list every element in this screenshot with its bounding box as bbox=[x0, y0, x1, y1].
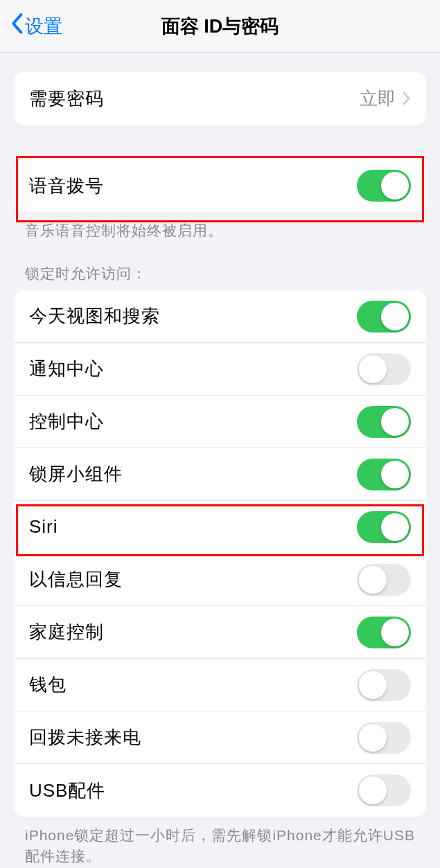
toggle[interactable] bbox=[357, 459, 411, 490]
row-label: 通知中心 bbox=[29, 357, 104, 381]
toggle[interactable] bbox=[357, 564, 411, 596]
passcode-group: 需要密码 立即 bbox=[14, 72, 426, 125]
chevron-right-icon bbox=[403, 91, 411, 105]
lock-access-row: 家庭控制 bbox=[14, 606, 426, 659]
row-label: 控制中心 bbox=[29, 409, 104, 434]
toggle[interactable] bbox=[357, 617, 411, 648]
require-passcode-row[interactable]: 需要密码 立即 bbox=[14, 72, 426, 125]
toggle[interactable] bbox=[357, 301, 411, 333]
voice-dial-group: 语音拨号 bbox=[14, 159, 426, 212]
lock-access-header: 锁定时允许访问： bbox=[0, 240, 440, 290]
row-label: 钱包 bbox=[29, 673, 67, 697]
lock-access-row: 锁屏小组件 bbox=[14, 448, 426, 501]
page-title: 面容 ID与密码 bbox=[0, 14, 440, 39]
voice-dial-footer: 音乐语音控制将始终被启用。 bbox=[0, 212, 440, 240]
row-label: 今天视图和搜索 bbox=[29, 304, 160, 328]
back-label: 设置 bbox=[25, 14, 62, 39]
row-value: 立即 bbox=[360, 87, 396, 111]
toggle[interactable] bbox=[357, 669, 411, 701]
toggle[interactable] bbox=[357, 722, 411, 754]
lock-access-row: Siri bbox=[14, 501, 426, 553]
nav-header: 设置 面容 ID与密码 bbox=[0, 0, 440, 53]
lock-access-row: 回拨未接来电 bbox=[14, 711, 426, 764]
lock-access-row: 钱包 bbox=[14, 659, 426, 711]
row-label: 家庭控制 bbox=[29, 620, 104, 644]
voice-dial-row: 语音拨号 bbox=[14, 159, 426, 212]
chevron-left-icon bbox=[10, 12, 24, 39]
lock-access-row: 控制中心 bbox=[14, 396, 426, 448]
row-label: 需要密码 bbox=[29, 87, 104, 111]
lock-access-footer: iPhone锁定超过一小时后，需先解锁iPhone才能允许USB配件连接。 bbox=[0, 817, 440, 866]
lock-access-row: 以信息回复 bbox=[14, 553, 426, 606]
lock-access-row: USB配件 bbox=[14, 764, 426, 817]
back-button[interactable]: 设置 bbox=[0, 12, 62, 39]
lock-access-row: 今天视图和搜索 bbox=[14, 290, 426, 343]
toggle[interactable] bbox=[357, 774, 411, 806]
row-label: 回拨未接来电 bbox=[29, 725, 141, 750]
row-label: USB配件 bbox=[29, 779, 105, 803]
row-label: 以信息回复 bbox=[29, 567, 123, 592]
lock-access-group: 今天视图和搜索通知中心控制中心锁屏小组件Siri以信息回复家庭控制钱包回拨未接来… bbox=[14, 290, 426, 817]
lock-access-row: 通知中心 bbox=[14, 343, 426, 396]
row-label: 锁屏小组件 bbox=[29, 462, 123, 486]
toggle[interactable] bbox=[357, 406, 411, 438]
voice-dial-toggle[interactable] bbox=[357, 170, 411, 202]
row-label: 语音拨号 bbox=[29, 174, 104, 198]
row-label: Siri bbox=[29, 516, 58, 538]
toggle[interactable] bbox=[357, 511, 411, 543]
toggle[interactable] bbox=[357, 353, 411, 385]
